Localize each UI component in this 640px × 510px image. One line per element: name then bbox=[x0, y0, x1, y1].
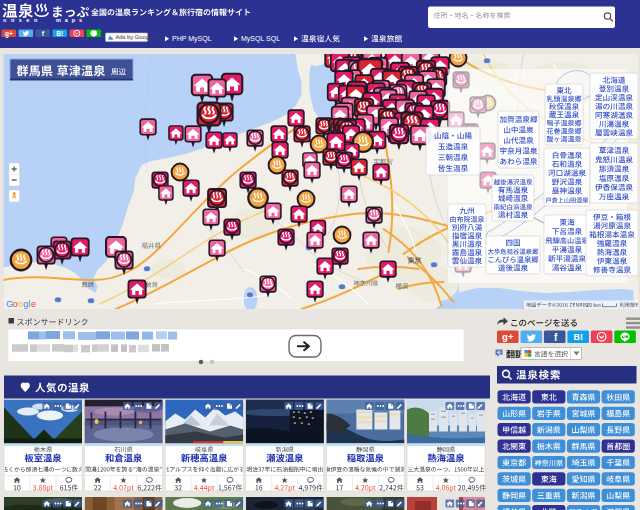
svg-text:o n s e n: o n s e n bbox=[3, 17, 39, 23]
svg-text:e: e bbox=[31, 299, 36, 309]
svg-text:MySQL SQL: MySQL SQL bbox=[241, 35, 280, 43]
svg-text:g+: g+ bbox=[502, 331, 514, 342]
svg-text:PHP MySQL: PHP MySQL bbox=[172, 35, 212, 43]
svg-text:B!: B! bbox=[56, 30, 63, 37]
svg-text:m a p s: m a p s bbox=[56, 17, 83, 23]
svg-text:Ads by Google: Ads by Google bbox=[116, 34, 154, 40]
svg-text:20 km: 20 km bbox=[586, 302, 601, 308]
svg-text:g+: g+ bbox=[5, 30, 13, 38]
svg-text:B!: B! bbox=[573, 332, 583, 342]
